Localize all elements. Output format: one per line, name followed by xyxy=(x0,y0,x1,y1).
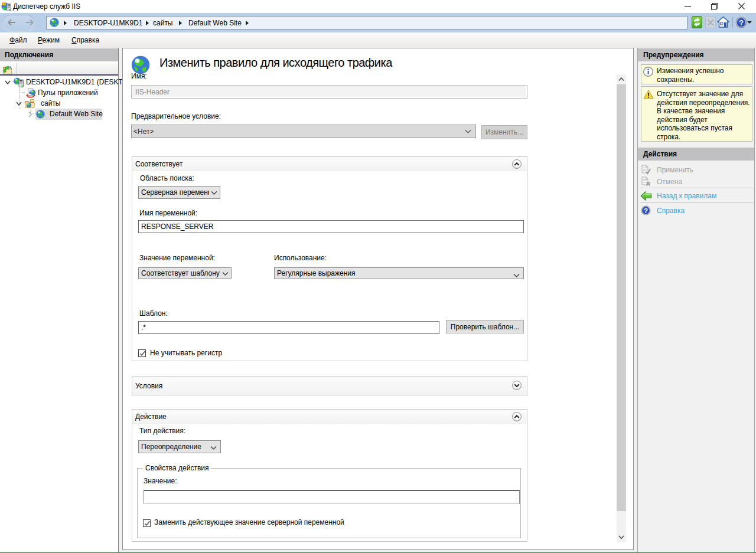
svg-text:?: ? xyxy=(644,207,648,214)
svg-text:?: ? xyxy=(739,19,744,27)
